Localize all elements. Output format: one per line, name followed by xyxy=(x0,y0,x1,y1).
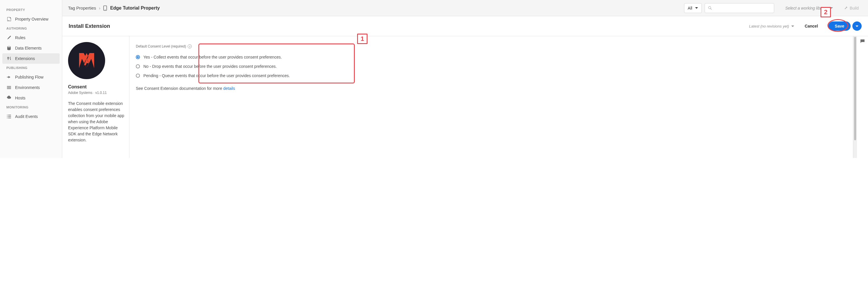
doc-details-link[interactable]: details xyxy=(223,86,235,91)
extension-logo xyxy=(68,42,105,79)
overview-icon xyxy=(6,17,11,22)
doc-link-text: See Consent Extension documentation for … xyxy=(136,86,846,91)
revision-selector[interactable]: Latest (no revisions yet) xyxy=(749,24,794,28)
sidebar-item-audit-events[interactable]: Audit Events xyxy=(0,111,62,122)
content: Consent Adobe Systems · v1.0.11 The Cons… xyxy=(62,36,868,158)
callout-number-2: 2 xyxy=(820,7,831,18)
sidebar-item-hosts[interactable]: Hosts xyxy=(0,93,62,103)
flow-icon xyxy=(6,74,11,80)
chevron-down-icon xyxy=(791,26,794,27)
scrollbar[interactable] xyxy=(853,36,857,158)
option-label: Pending - Queue events that occur before… xyxy=(143,73,290,78)
sidebar-item-rules[interactable]: Rules xyxy=(0,32,62,43)
scrollbar-thumb[interactable] xyxy=(854,37,856,140)
option-label: No - Drop events that occur before the u… xyxy=(143,64,277,69)
radio-icon xyxy=(136,73,140,78)
adobe-logo-icon xyxy=(76,50,97,71)
data-icon xyxy=(6,46,11,51)
sidebar-label: Publishing Flow xyxy=(15,75,43,80)
sidebar-label: Data Elements xyxy=(15,46,42,51)
comment-icon[interactable] xyxy=(860,38,865,44)
consent-field-label: Default Consent Level (required) i xyxy=(136,44,846,49)
search-icon xyxy=(708,6,712,10)
sidebar-item-environments[interactable]: Environments xyxy=(0,82,62,93)
comment-rail xyxy=(857,36,868,158)
sidebar-section-monitoring: MONITORING xyxy=(0,103,62,111)
extension-name: Consent xyxy=(68,84,129,90)
sidebar: PROPERTY Property Overview AUTHORING Rul… xyxy=(0,0,62,158)
revision-label: Latest (no revisions yet) xyxy=(749,24,789,28)
environments-icon xyxy=(6,85,11,90)
sidebar-label: Audit Events xyxy=(15,114,38,119)
main: Tag Properties › Edge Tutorial Property … xyxy=(62,0,868,158)
extension-info-panel: Consent Adobe Systems · v1.0.11 The Cons… xyxy=(62,36,129,158)
breadcrumb: Tag Properties › Edge Tutorial Property xyxy=(68,5,160,11)
build-label: Build xyxy=(850,6,859,10)
svg-point-1 xyxy=(105,9,105,10)
config-panel: Default Consent Level (required) i Yes -… xyxy=(129,36,853,158)
save-dropdown-button[interactable] xyxy=(852,22,862,31)
sidebar-label: Rules xyxy=(15,35,26,40)
filter-dropdown[interactable]: All xyxy=(684,3,702,13)
option-label: Yes - Collect events that occur before t… xyxy=(143,55,282,59)
chevron-down-icon xyxy=(695,7,698,9)
sidebar-item-data-elements[interactable]: Data Elements xyxy=(0,43,62,53)
topbar: Tag Properties › Edge Tutorial Property … xyxy=(62,0,868,16)
build-button: Build xyxy=(840,4,862,12)
sidebar-section-property: PROPERTY xyxy=(0,6,62,14)
sidebar-item-publishing-flow[interactable]: Publishing Flow xyxy=(0,72,62,82)
sidebar-section-authoring: AUTHORING xyxy=(0,24,62,32)
search-input[interactable] xyxy=(705,3,774,13)
pagebar: Install Extension Latest (no revisions y… xyxy=(62,16,868,36)
breadcrumb-separator: › xyxy=(99,6,100,10)
sidebar-item-extensions[interactable]: Extensions xyxy=(2,53,60,64)
save-button[interactable]: Save xyxy=(828,22,850,31)
page-title: Install Extension xyxy=(69,23,110,29)
info-icon[interactable]: i xyxy=(188,44,192,49)
chevron-down-icon xyxy=(856,26,859,27)
consent-option-pending[interactable]: Pending - Queue events that occur before… xyxy=(136,71,846,80)
mobile-device-icon xyxy=(103,5,107,11)
sidebar-label: Environments xyxy=(15,85,40,90)
sidebar-label: Property Overview xyxy=(15,17,49,22)
callout-number-1: 1 xyxy=(357,34,368,44)
hammer-icon xyxy=(844,6,848,10)
sidebar-item-overview[interactable]: Property Overview xyxy=(0,14,62,24)
extension-vendor: Adobe Systems xyxy=(68,91,92,95)
radio-icon xyxy=(136,64,140,68)
cancel-button[interactable]: Cancel xyxy=(800,22,823,31)
filter-label: All xyxy=(688,6,692,10)
save-button-group: Save xyxy=(828,22,862,31)
extension-meta: Adobe Systems · v1.0.11 xyxy=(68,91,129,95)
sidebar-label: Hosts xyxy=(15,96,26,100)
hosts-icon xyxy=(6,95,11,100)
audit-icon xyxy=(6,114,11,119)
rules-icon xyxy=(6,35,11,40)
sidebar-section-publishing: PUBLISHING xyxy=(0,64,62,72)
extension-version: v1.0.11 xyxy=(95,91,106,95)
extensions-icon xyxy=(6,56,11,61)
sidebar-label: Extensions xyxy=(15,56,35,61)
consent-option-yes[interactable]: Yes - Collect events that occur before t… xyxy=(136,53,846,62)
consent-option-no[interactable]: No - Drop events that occur before the u… xyxy=(136,62,846,71)
radio-icon xyxy=(136,55,140,59)
breadcrumb-root[interactable]: Tag Properties xyxy=(68,5,96,10)
extension-description: The Consent mobile extension enables con… xyxy=(68,100,129,143)
breadcrumb-current: Edge Tutorial Property xyxy=(110,5,160,11)
